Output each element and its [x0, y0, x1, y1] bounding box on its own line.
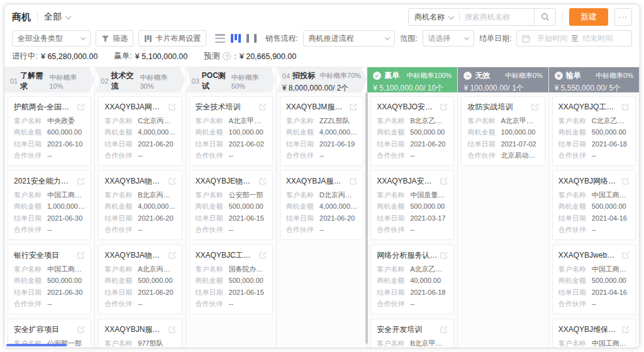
column-header-01: 01了解需求中标概率10%¥ 30,640,000.00/ 22个 [4, 67, 94, 92]
opportunity-card[interactable]: 2021安全能力提升项目客户名称中国工商银行股份有...商机金额1,000,00… [8, 170, 91, 240]
opportunity-card[interactable]: XXAQYBJ维保服务XCC项目客户名称中国工商银行股份有...商机金额4,00… [552, 319, 636, 348]
more-actions-button[interactable]: ··· [614, 8, 632, 26]
opportunity-card[interactable]: XXAQYBJ网络安全态势感知...客户名称中国工商银行股份有...商机金额50… [552, 170, 636, 240]
scope-label: 全部 [44, 11, 62, 23]
edit-icon[interactable] [169, 176, 176, 187]
sales-process-label: 销售流程: [265, 33, 297, 44]
card-field: 客户名称中国工商银行股份有... [558, 191, 630, 199]
edit-icon[interactable] [259, 250, 267, 261]
list-view-icon[interactable] [215, 34, 225, 43]
opportunity-card[interactable]: 攻防实战培训客户名称A北京甲有限公司商机金额100,000.00结单日期2021… [461, 96, 545, 166]
customer-link[interactable]: 中国工商银行股份有... [592, 339, 630, 348]
edit-icon[interactable] [169, 102, 176, 113]
customer-link[interactable]: B北京丙有限公司 [138, 191, 175, 199]
edit-icon[interactable] [622, 250, 630, 261]
opportunity-amount: 4,000,000.00 [319, 128, 357, 136]
field-label: 商机金额 [196, 202, 229, 211]
edit-icon[interactable] [169, 324, 176, 336]
horizontal-scrollbar-thumb[interactable] [6, 344, 67, 346]
edit-icon[interactable] [440, 102, 448, 113]
column-header-02: 02技术交流中标概率30%¥ 25,540,000.00/ 10个 [95, 67, 185, 92]
edit-icon[interactable] [622, 176, 630, 187]
kanban-view-icon[interactable] [231, 34, 241, 43]
customer-link[interactable]: B北京甲有限公司 [410, 339, 448, 348]
opportunity-card[interactable]: 护航两会-全国政协十三届...客户名称中央政委商机金额600,000.00结单日… [8, 96, 91, 166]
card-layout-icon [144, 35, 152, 43]
customer-link[interactable]: 中国工商银行股份有... [47, 191, 85, 199]
customer-link[interactable]: 中国质量认证中心 [410, 191, 448, 199]
edit-icon[interactable] [77, 102, 85, 113]
opportunity-card[interactable]: XXAQYBJA服务器V00XCC...客户名称D北京丙有限公司商机金额4,00… [280, 170, 364, 240]
card-field: 客户名称B北京甲有限公司 [377, 339, 448, 348]
edit-icon[interactable] [77, 176, 85, 187]
edit-icon[interactable] [622, 324, 630, 336]
edit-icon[interactable] [259, 102, 267, 113]
customer-link[interactable]: 中国工商银行股份有... [592, 265, 630, 273]
field-label: 结单日期 [286, 214, 319, 223]
edit-icon[interactable] [77, 250, 85, 261]
field-label: 合作伙伴 [286, 151, 319, 160]
close-date-range-input[interactable]: 开始时间 至 结束时间 [516, 30, 632, 47]
opportunity-card[interactable]: XXAQYBJC工控安全检查工...客户名称国务院办公厅机关服...商机金额50… [189, 245, 273, 314]
edit-icon[interactable] [531, 102, 539, 113]
card-title: XXAQYBJA服务器V00XCC... [286, 176, 347, 187]
opportunity-card[interactable]: XXAQYBJO安全信息隔离与...客户名称B北京乙有限公司商机金额500,00… [370, 96, 454, 166]
info-icon[interactable]: ? [223, 52, 231, 60]
edit-icon[interactable] [440, 176, 448, 187]
opportunity-card[interactable]: XXAQYBJQ工控防火墙系统...客户名称C北京乙有限公司商机金额500,00… [552, 96, 636, 166]
field-label: 合作伙伴 [377, 226, 410, 234]
edit-icon[interactable] [259, 176, 267, 187]
column-header-lost: ✕输单中标概率0%¥ 5,550,000.00/ 5个 [549, 67, 639, 92]
edit-icon[interactable] [169, 250, 176, 261]
compact-view-icon[interactable] [247, 34, 257, 43]
opportunity-card[interactable]: XXAQYBJN服务器V00XCD...客户名称977部队商机金额4,000,0… [98, 319, 182, 348]
edit-icon[interactable] [440, 324, 448, 336]
customer-link[interactable]: 中国工商银行股份有... [47, 265, 85, 273]
customer-link[interactable]: 公安部一部 [229, 191, 267, 199]
opportunity-card[interactable]: XXAQYBJA物联网边缘AI智...客户名称B北京丙有限公司商机金额4,000… [98, 170, 182, 240]
customer-link[interactable]: 国务院办公厅机关服... [229, 265, 267, 273]
card-layout-button[interactable]: 卡片布局设置 [138, 30, 206, 47]
filter-button[interactable]: 筛选 [96, 30, 133, 47]
partner-value: -- [319, 151, 357, 160]
vertical-scrollbar-thumb[interactable] [365, 92, 368, 344]
opportunity-card[interactable]: 安全技术培训客户名称A北京甲有限公司商机金额100,000.00结单日期2021… [189, 96, 273, 166]
customer-link[interactable]: B北京乙有限公司 [410, 117, 448, 125]
opportunity-card[interactable]: XXAQYBJA物联网视频上云...客户名称A北京丙有限公司商机金额500,00… [98, 245, 182, 314]
customer-link[interactable]: C北京乙有限公司 [592, 117, 630, 125]
sales-process-select[interactable]: 商机推进流程 [303, 30, 396, 47]
range-select[interactable]: 请选择 [423, 30, 474, 47]
field-label: 客户名称 [196, 265, 229, 273]
opportunity-card[interactable]: XXAQYBJM服务器V00XCC...客户名称ZZZL部队商机金额4,000,… [280, 96, 364, 166]
edit-icon[interactable] [622, 102, 630, 113]
customer-link[interactable]: 中国工商银行股份有... [592, 191, 630, 199]
customer-link[interactable]: C北京丙有限公司 [138, 117, 175, 125]
edit-icon[interactable] [350, 102, 357, 113]
opportunity-card[interactable]: 网络分析服务认证培训客户名称A北京乙有限公司商机金额40,000.00结单日期2… [370, 245, 454, 314]
scope-dropdown[interactable]: 全部 [44, 11, 70, 23]
new-opportunity-button[interactable]: 新建 [569, 8, 608, 26]
opportunity-card[interactable]: 安全开发培训客户名称B北京甲有限公司商机金额60,000.00结单日期2021-… [370, 319, 454, 348]
opportunity-card[interactable]: XXAQYBJweb应用防护墙XC...客户名称中国工商银行股份有...商机金额… [552, 245, 636, 314]
edit-icon[interactable] [350, 176, 357, 187]
customer-link[interactable]: ZZZL部队 [319, 117, 357, 125]
customer-link[interactable]: 977部队 [138, 339, 175, 348]
customer-link[interactable]: 中央政委 [47, 117, 85, 125]
business-type-select[interactable]: 全部业务类型 [12, 30, 91, 47]
search-button[interactable] [534, 9, 555, 25]
opportunity-amount: 4,000,000.00 [138, 128, 175, 136]
customer-link[interactable]: D北京丙有限公司 [319, 191, 357, 199]
opportunity-card[interactable]: 银行安全项目客户名称中国工商银行股份有...商机金额500,000.00结单日期… [8, 245, 91, 314]
opportunity-card[interactable]: XXAQYBJA安全信息隔离与...客户名称中国质量认证中心商机金额500,00… [370, 170, 454, 240]
search-input[interactable] [460, 13, 534, 21]
search-field-select[interactable]: 商机名称 [409, 12, 459, 23]
partner-value[interactable]: 北京易动示例有限公... [501, 151, 538, 160]
opportunity-card[interactable]: XXAQYBJE物联网视频上云...客户名称公安部一部商机金额500,000.0… [189, 170, 273, 240]
customer-link[interactable]: A北京乙有限公司 [410, 265, 448, 273]
opportunity-card[interactable]: XXAQYBJA网络全流量安全...客户名称C北京丙有限公司商机金额4,000,… [98, 96, 182, 166]
edit-icon[interactable] [77, 324, 85, 336]
edit-icon[interactable] [440, 250, 448, 261]
customer-link[interactable]: A北京甲有限公司 [501, 117, 538, 125]
customer-link[interactable]: A北京丙有限公司 [138, 265, 175, 273]
customer-link[interactable]: A北京甲有限公司 [229, 117, 267, 125]
